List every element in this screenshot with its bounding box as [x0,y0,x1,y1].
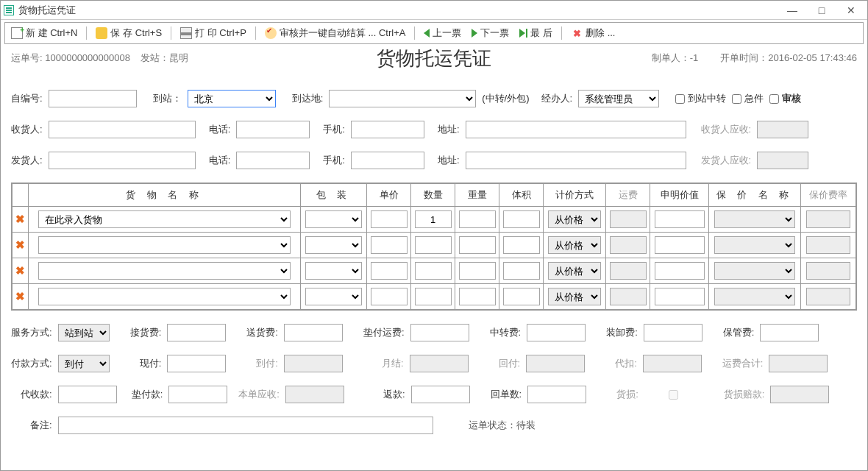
receiver-input[interactable] [49,121,196,138]
receiver-mobile-input[interactable] [351,121,424,138]
handler-select[interactable]: 系统管理员 [578,90,659,107]
name-select[interactable] [38,262,291,280]
handler-label: 经办人: [541,92,573,105]
sender-addr-input[interactable] [466,152,686,169]
pricing-select[interactable]: 从价格 [548,236,601,254]
save-icon [96,27,107,39]
chk-audit[interactable]: 审核 [769,92,801,105]
cash-label: 现付: [140,357,162,370]
handling-label: 装卸费: [606,326,638,339]
name-select[interactable] [38,288,291,305]
receiver-addr-input[interactable] [466,121,686,138]
declared-input[interactable] [655,288,705,305]
storage-input[interactable] [760,324,819,341]
delete-button[interactable]: ✖删除 ... [568,25,618,41]
row-delete-icon[interactable]: ✖ [15,238,25,251]
remark-input[interactable] [58,417,433,434]
row-delete-icon[interactable]: ✖ [15,213,25,225]
save-button[interactable]: 保 存 Ctrl+S [93,25,165,41]
arrow-last-icon [519,29,527,38]
chk-transit[interactable]: 到站中转 [675,92,726,105]
close-button[interactable]: ✕ [845,4,857,16]
receipt-input[interactable] [527,386,586,403]
tostation-select[interactable]: 北京 [188,90,276,107]
declared-input[interactable] [655,236,705,254]
volume-input[interactable] [503,236,540,254]
volume-input[interactable] [503,262,540,280]
row-delete-icon[interactable]: ✖ [15,290,25,302]
weight-input[interactable] [459,236,496,254]
print-button[interactable]: 打 印 Ctrl+P [177,25,249,41]
pay-select[interactable]: 到付 [58,355,110,372]
sender-input[interactable] [49,152,196,169]
freight-input [610,262,647,280]
price-input[interactable] [371,262,408,280]
price-input[interactable] [371,236,408,254]
insure-select[interactable] [714,262,795,280]
qty-input[interactable] [415,288,452,305]
volume-input[interactable] [503,288,540,305]
weight-input[interactable] [459,210,496,228]
collect-input[interactable] [58,386,117,403]
price-input[interactable] [371,288,408,305]
advfreight-input[interactable] [410,324,469,341]
monthly-input [410,355,469,372]
new-button[interactable]: 新 建 Ctrl+N [8,25,80,41]
app-icon [4,5,14,15]
col-insure-name: 保 价 名 称 [709,184,801,207]
audit-button[interactable]: 审核并一键自动结算 ... Ctrl+A [262,25,409,41]
qty-input[interactable] [415,262,452,280]
row-delete-icon[interactable]: ✖ [15,264,25,277]
last-button[interactable]: 最 后 [516,25,555,41]
weight-input[interactable] [459,288,496,305]
handling-input[interactable] [644,324,702,341]
name-select[interactable] [38,236,291,254]
weight-input[interactable] [459,262,496,280]
selfno-input[interactable] [49,90,137,107]
transitfee-input[interactable] [527,324,586,341]
volume-input[interactable] [503,210,540,228]
price-input[interactable] [371,210,408,228]
pack-select[interactable] [305,236,362,254]
declared-input[interactable] [655,210,705,228]
sender-addr-label: 地址: [438,154,460,167]
minimize-button[interactable]: — [786,4,798,16]
arrive-select[interactable] [329,90,476,107]
sender-mobile-input[interactable] [351,152,424,169]
pricing-select[interactable]: 从价格 [548,262,601,280]
maximize-button[interactable]: □ [816,4,828,16]
arrive-label: 到达地: [292,92,324,105]
qty-input[interactable] [415,236,452,254]
pickup-input[interactable] [167,324,226,341]
pickup-label: 接货费: [130,326,162,339]
pack-select[interactable] [305,262,362,280]
insure-select[interactable] [714,210,795,228]
pricing-select[interactable]: 从价格 [548,288,601,305]
insurerate-input [806,210,850,228]
service-select[interactable]: 站到站 [58,324,110,341]
col-pack: 包 装 [301,184,367,207]
waybill-label: 运单号: [11,52,43,63]
qty-input[interactable] [415,210,452,228]
insure-select[interactable] [714,236,795,254]
pricing-select[interactable]: 从价格 [548,210,601,228]
table-row: ✖在此录入货物从价格 [13,207,856,233]
pack-select[interactable] [305,210,362,228]
pack-select[interactable] [305,288,362,305]
sender-phone-input[interactable] [236,152,310,169]
from-label: 发站： [140,52,169,63]
insure-select[interactable] [714,288,795,305]
name-select[interactable]: 在此录入货物 [38,210,291,228]
declared-input[interactable] [655,262,705,280]
discount-label: 代扣: [615,357,637,370]
monthly-label: 月结: [382,357,404,370]
advance-input[interactable] [168,386,227,403]
receiver-phone-input[interactable] [236,121,310,138]
total-label: 运费合计: [722,357,764,370]
delivery-input[interactable] [284,324,343,341]
refund-input[interactable] [411,386,470,403]
cash-input[interactable] [167,355,226,372]
chk-urgent[interactable]: 急件 [732,92,764,105]
next-button[interactable]: 下一票 [469,25,512,41]
prev-button[interactable]: 上一票 [421,25,464,41]
